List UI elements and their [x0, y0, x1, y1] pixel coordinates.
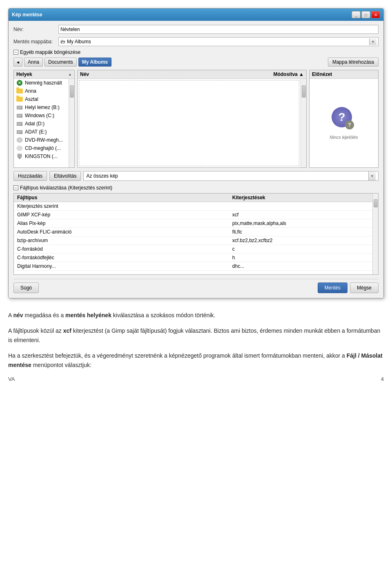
body-paragraph-1: A név megadása és a mentés helyének kivá…	[8, 311, 384, 320]
folder-icon-anna	[16, 88, 23, 94]
filetype-row-1[interactable]: GIMP XCF-kép xcf	[14, 211, 372, 219]
filetype-scroll-area: Fájltípus Kiterjesztések Kiterjesztés sz…	[14, 194, 372, 274]
footer-right-label: 4	[381, 376, 384, 382]
filetype-cell-ext-4: xcf.bz2,bz2,xcfbz2	[229, 236, 372, 245]
body-paragraph-2: A fájltípusok közül az xcf kiterjesztést…	[8, 326, 384, 345]
remove-button[interactable]: Eltávolítás	[49, 171, 81, 181]
drive-icon-d	[16, 121, 23, 127]
minimize-button[interactable]: _	[352, 11, 361, 18]
place-drive-d[interactable]: Adat (D:)	[14, 120, 69, 128]
create-folder-button[interactable]: Mappa létrehozása	[328, 58, 379, 67]
filetype-scrollbar[interactable]	[372, 194, 378, 274]
files-scrollbar-thumb	[302, 85, 306, 98]
svg-point-2	[21, 108, 22, 109]
filetype-row-4[interactable]: bzip-archívum xcf.bz2,bz2,xcfbz2	[14, 236, 372, 245]
filetype-outer: Fájltípus Kiterjesztések Kiterjesztés sz…	[13, 193, 379, 275]
name-label: Név:	[13, 27, 58, 32]
browse-toggle[interactable]: − Egyéb mappák böngészése	[13, 49, 379, 55]
filetype-thead: Fájltípus Kiterjesztések	[14, 194, 372, 202]
body-paragraph-3: Ha a szerkesztést befejeztük, és a véger…	[8, 351, 384, 369]
dialog-titlebar: Kép mentése _ □ ✕	[9, 9, 383, 21]
svg-point-5	[21, 116, 22, 117]
places-header: Helyek ▲	[14, 70, 74, 79]
filetype-header[interactable]: − Fájltípus kiválasztása (Kiterjesztés s…	[13, 185, 379, 191]
files-panel-inner	[78, 79, 306, 167]
place-recently-used[interactable]: ✕ Nemrég használt	[14, 79, 69, 87]
back-button[interactable]: ◄	[13, 58, 22, 67]
place-anna[interactable]: Anna	[14, 87, 69, 95]
svg-point-8	[21, 124, 22, 125]
filetype-row-5[interactable]: C-forráskód c	[14, 245, 372, 254]
breadcrumb-documents[interactable]: Documents	[45, 58, 77, 67]
folder-icon-asztal	[16, 96, 23, 102]
place-drive-b[interactable]: Helyi lemez (B:)	[14, 103, 69, 111]
breadcrumb-anna[interactable]: Anna	[24, 58, 43, 67]
col-filetype[interactable]: Fájltípus	[14, 194, 229, 202]
filetype-cell-name-3: AutoDesk FLIC-animáció	[14, 228, 229, 236]
filetype-cell-ext-0	[229, 202, 372, 211]
dialog-title-label: Kép mentése	[12, 12, 42, 18]
places-scrollbar-thumb	[70, 85, 74, 98]
filetype-cell-name-2: Alias Pix-kép	[14, 219, 229, 228]
place-asztal[interactable]: Asztal	[14, 95, 69, 103]
save-to-combo[interactable]: 🗁 My Albums ▼	[58, 37, 379, 46]
filetype-row-3[interactable]: AutoDesk FLIC-animáció fli,flc	[14, 228, 372, 236]
footer-right: Mentés Mégse	[318, 283, 379, 293]
filetype-row-7[interactable]: Digital Harmony... dhc...	[14, 262, 372, 271]
svg-rect-16	[18, 154, 22, 158]
filter-combo[interactable]: Az összes kép ▼	[83, 171, 379, 181]
filetype-row-2[interactable]: Alias Pix-kép pix,matte,mask,alpha,als	[14, 219, 372, 228]
svg-point-15	[19, 147, 20, 149]
name-input[interactable]	[58, 25, 379, 34]
svg-point-11	[21, 132, 22, 134]
places-sort-arrow[interactable]: ▲	[68, 72, 72, 76]
filetype-cell-name-6: C-forráskódfejléc	[14, 254, 229, 262]
dialog-title: Kép mentése	[12, 12, 42, 18]
preview-header: Előnézet	[310, 70, 378, 79]
svg-point-13	[19, 139, 20, 141]
place-dvd[interactable]: DVD-RW-megh...	[14, 136, 69, 144]
close-button[interactable]: ✕	[371, 11, 380, 18]
filter-dropdown-arrow[interactable]: ▼	[368, 171, 376, 180]
place-drive-c[interactable]: Windows (C:)	[14, 111, 69, 120]
filetype-cell-name-0: Kiterjesztés szerint	[14, 202, 229, 211]
main-panel: Helyek ▲ ✕ Nemrég használt	[13, 70, 379, 168]
save-to-label: Mentés mappába:	[13, 39, 58, 45]
nav-bar: ◄ Anna Documents My Albums Mappa létreho…	[13, 58, 379, 67]
filetype-row-6[interactable]: C-forráskódfejléc h	[14, 254, 372, 262]
cancel-button[interactable]: Mégse	[350, 283, 379, 293]
filetype-cell-ext-5: c	[229, 245, 372, 254]
filetype-section: − Fájltípus kiválasztása (Kiterjesztés s…	[13, 185, 379, 275]
save-to-dropdown-arrow[interactable]: ▼	[369, 38, 376, 45]
col-extensions[interactable]: Kiterjesztések	[229, 194, 372, 202]
files-scrollbar[interactable]	[301, 79, 306, 167]
place-cd[interactable]: CD-meghajtó (...	[14, 144, 69, 152]
place-drive-e[interactable]: ADAT (E:)	[14, 128, 69, 136]
page-container: Kép mentése _ □ ✕ Név: Mentés mappába:	[8, 8, 384, 382]
filetype-cell-ext-3: fli,flc	[229, 228, 372, 236]
add-button[interactable]: Hozzáadás	[13, 171, 47, 181]
filetype-cell-ext-2: pix,matte,mask,alpha,als	[229, 219, 372, 228]
maximize-button[interactable]: □	[361, 11, 370, 18]
dialog-content: Név: Mentés mappába: 🗁 My Albums ▼	[9, 21, 383, 298]
files-body[interactable]	[79, 80, 299, 166]
breadcrumb-myalbums[interactable]: My Albums	[78, 58, 112, 67]
filetype-cell-ext-7: dhc...	[229, 262, 372, 271]
filetype-collapse-icon: −	[13, 185, 18, 190]
places-scrollbar[interactable]	[69, 79, 74, 167]
place-kingston[interactable]: KINGSTON (...	[14, 152, 69, 160]
files-sort-icon[interactable]: ▲	[299, 71, 304, 77]
browse-section: − Egyéb mappák böngészése ◄ Anna Documen…	[13, 49, 379, 181]
help-button[interactable]: Súgó	[13, 283, 39, 293]
dialog-controls: _ □ ✕	[352, 11, 380, 18]
page-footer: VA 4	[8, 376, 384, 382]
save-to-row: Mentés mappába: 🗁 My Albums ▼	[13, 37, 379, 46]
files-panel: Név Módosítva ▲	[77, 70, 307, 168]
drive-icon-e	[16, 129, 23, 135]
dialog-footer: Súgó Mentés Mégse	[13, 279, 379, 293]
save-button[interactable]: Mentés	[318, 283, 347, 293]
filetype-cell-name-5: C-forráskód	[14, 245, 229, 254]
filetype-cell-name-1: GIMP XCF-kép	[14, 211, 229, 219]
filetype-row-0[interactable]: Kiterjesztés szerint	[14, 202, 372, 211]
question-mark-icon: ? ?	[332, 107, 352, 127]
